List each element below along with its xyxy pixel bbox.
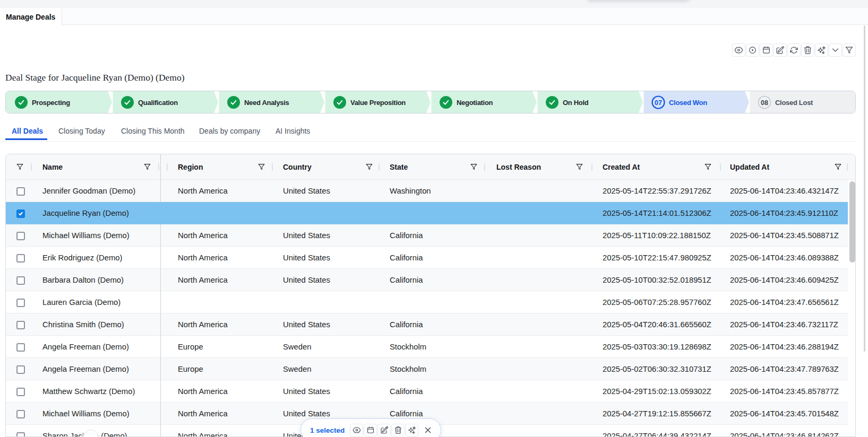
svg-text:Closed Lost: Closed Lost: [775, 99, 813, 107]
svg-text:Need Analysis: Need Analysis: [244, 99, 289, 107]
svg-text:Value Preposition: Value Preposition: [350, 99, 406, 107]
svg-text:Qualification: Qualification: [138, 99, 178, 107]
svg-text:Prospecting: Prospecting: [32, 99, 70, 107]
svg-text:08: 08: [761, 99, 768, 107]
svg-text:Closed Won: Closed Won: [669, 99, 707, 107]
svg-text:07: 07: [655, 99, 662, 107]
svg-text:On Hold: On Hold: [563, 99, 589, 107]
svg-text:Negotiation: Negotiation: [457, 99, 493, 107]
